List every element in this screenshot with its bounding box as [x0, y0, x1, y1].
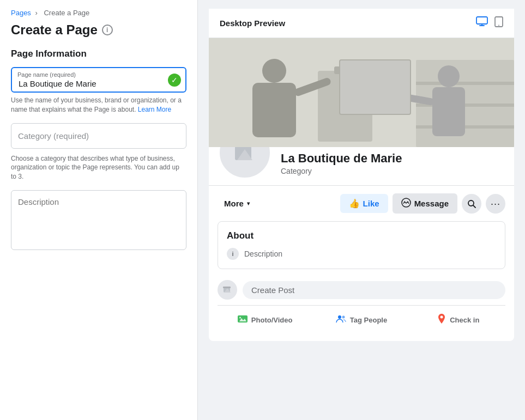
preview-title: Desktop Preview	[220, 19, 285, 28]
divider-1	[209, 185, 514, 186]
tablet-icon[interactable]	[494, 16, 503, 30]
about-info-icon: i	[227, 248, 239, 260]
about-description-item: i Description	[227, 248, 496, 260]
page-name-input[interactable]	[11, 67, 186, 93]
chevron-down-icon: ▾	[247, 200, 250, 206]
tag-people-icon	[336, 313, 347, 327]
svg-point-20	[402, 198, 411, 207]
action-bar: More ▾ 👍 Like Message	[209, 190, 514, 217]
device-icons	[476, 16, 503, 30]
page-title-row: Create a Page i	[11, 22, 186, 38]
cover-photo	[209, 38, 514, 147]
breadcrumb-current: Create a Page	[44, 9, 89, 17]
ellipsis-icon: ···	[491, 199, 500, 209]
breadcrumb-separator: ›	[35, 9, 38, 17]
tag-people-button[interactable]: Tag People	[314, 309, 408, 331]
preview-page-name: La Boutique de Marie	[281, 151, 402, 166]
photo-video-label: Photo/Video	[251, 316, 293, 324]
about-description-text: Description	[244, 249, 282, 258]
svg-rect-24	[223, 287, 231, 288]
left-panel: Pages › Create a Page Create a Page i Pa…	[0, 0, 198, 420]
thumbs-up-icon: 👍	[349, 198, 360, 209]
svg-rect-26	[238, 315, 248, 322]
more-options-button[interactable]: ···	[486, 194, 505, 214]
more-button[interactable]: More ▾	[218, 194, 256, 212]
svg-rect-14	[432, 87, 465, 136]
svg-point-13	[438, 65, 460, 87]
create-post-row: Create Post	[218, 280, 505, 300]
breadcrumb: Pages › Create a Page	[11, 9, 186, 17]
svg-point-30	[342, 316, 345, 319]
svg-rect-11	[252, 83, 296, 137]
desktop-icon[interactable]	[476, 16, 488, 30]
check-in-icon	[437, 313, 446, 327]
right-panel: Desktop Preview	[198, 0, 525, 420]
learn-more-link[interactable]: Learn More	[138, 106, 171, 113]
category-helper-text: Choose a category that describes what ty…	[11, 154, 186, 181]
post-actions-row: Photo/Video Tag People	[218, 305, 505, 334]
name-field-group: Page name (required) ✓	[11, 67, 186, 93]
check-in-label: Check in	[450, 316, 479, 324]
svg-point-31	[440, 316, 443, 319]
category-field-group: Category (required)	[11, 123, 186, 151]
mini-avatar	[218, 280, 237, 300]
svg-rect-16	[340, 60, 411, 114]
name-helper-text: Use the name of your business, brand or …	[11, 96, 186, 114]
create-post-section: Create Post Photo/Video	[209, 273, 514, 341]
search-button[interactable]	[462, 194, 481, 214]
check-in-button[interactable]: Check in	[411, 309, 505, 331]
preview-header: Desktop Preview	[209, 9, 514, 38]
messenger-icon	[401, 198, 411, 209]
preview-card: Desktop Preview	[209, 9, 514, 341]
create-post-button[interactable]: Create Post	[243, 281, 505, 299]
description-input[interactable]	[11, 190, 186, 250]
about-section: About i Description	[218, 221, 505, 269]
photo-video-button[interactable]: Photo/Video	[218, 309, 312, 331]
preview-page-category: Category	[281, 167, 402, 175]
svg-line-22	[473, 205, 475, 208]
page-name-section: La Boutique de Marie Category	[281, 151, 402, 175]
svg-point-2	[498, 25, 499, 26]
section-title: Page Information	[11, 48, 186, 59]
about-title: About	[227, 230, 496, 241]
category-input[interactable]: Category (required)	[11, 123, 186, 149]
name-valid-check-icon: ✓	[168, 74, 181, 87]
svg-point-28	[239, 317, 241, 319]
like-button[interactable]: 👍 Like	[340, 194, 388, 213]
svg-point-29	[338, 315, 341, 319]
message-button[interactable]: Message	[393, 193, 457, 214]
info-icon[interactable]: i	[102, 25, 113, 35]
page-title: Create a Page	[11, 22, 98, 38]
tag-people-label: Tag People	[350, 316, 387, 324]
svg-rect-0	[476, 17, 487, 24]
breadcrumb-parent[interactable]: Pages	[11, 9, 31, 17]
svg-point-10	[262, 59, 286, 83]
svg-rect-5	[416, 82, 514, 85]
photo-video-icon	[237, 313, 248, 327]
